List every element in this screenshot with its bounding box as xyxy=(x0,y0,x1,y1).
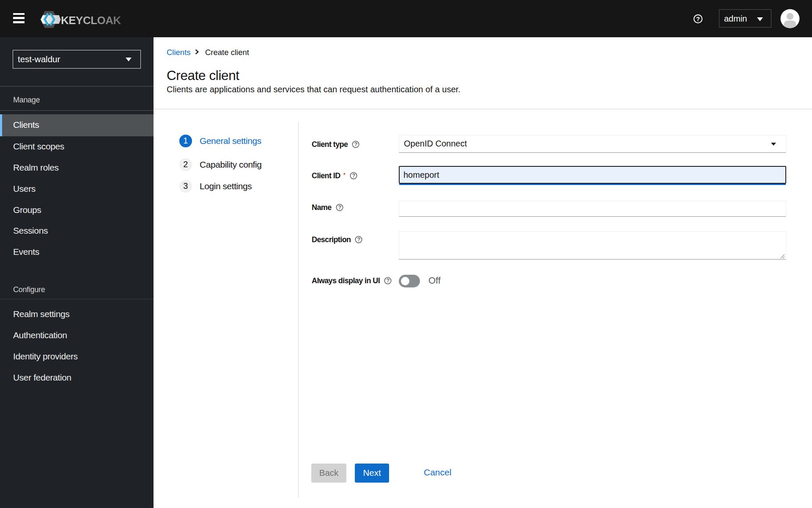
svg-text:?: ? xyxy=(354,141,357,147)
svg-text:?: ? xyxy=(387,278,390,284)
svg-text:?: ? xyxy=(352,173,355,179)
svg-text:?: ? xyxy=(357,237,360,243)
svg-text:?: ? xyxy=(338,204,341,210)
svg-text:?: ? xyxy=(696,15,700,22)
